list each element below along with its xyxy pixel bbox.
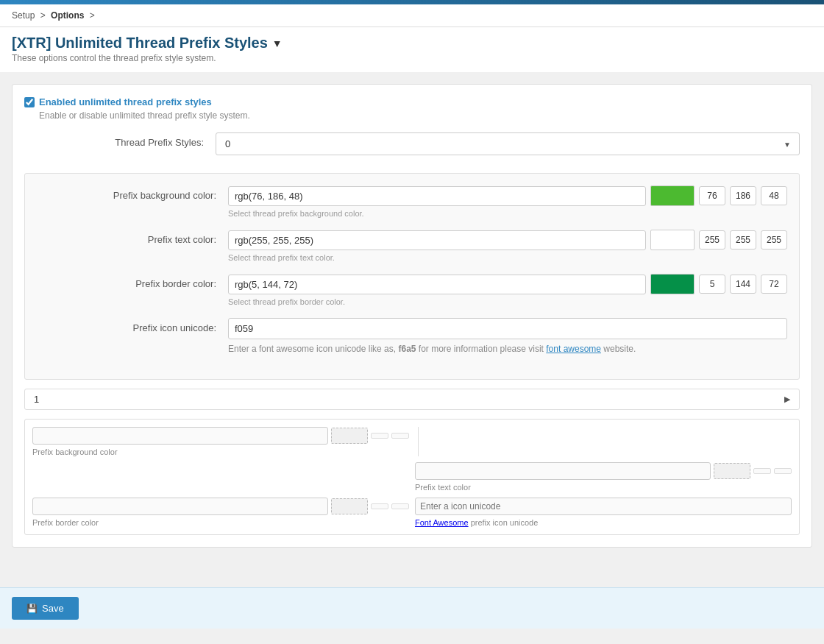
summary-border-label: Prefix border color — [32, 518, 409, 527]
page-subtitle: These options control the thread prefix … — [12, 53, 812, 69]
summary-border-num1[interactable] — [371, 503, 388, 509]
summary-grid: Prefix background color Prefix text colo… — [24, 419, 800, 535]
summary-border-num2[interactable] — [391, 503, 409, 509]
border-color-field: Select thread prefix border color. — [228, 274, 787, 306]
icon-unicode-field: Enter a font awesome icon unicode like a… — [228, 318, 787, 355]
bg-color-row: Prefix background color: Select thread p… — [37, 185, 787, 218]
summary-text-swatch[interactable] — [714, 463, 750, 479]
border-color-label: Prefix border color: — [37, 274, 228, 289]
border-color-row: Prefix border color: Select thread prefi… — [37, 274, 787, 306]
accordion-arrow-icon: ▶ — [784, 394, 790, 404]
accordion-row[interactable]: 1 ▶ — [24, 389, 800, 410]
summary-icon-input-row — [415, 498, 792, 515]
text-color-input-row — [228, 230, 787, 250]
save-label: Save — [42, 603, 64, 614]
save-button[interactable]: 💾 Save — [12, 597, 79, 620]
text-color-g[interactable] — [730, 230, 756, 250]
summary-bg-swatch[interactable] — [331, 428, 368, 444]
icon-unicode-label: Prefix icon unicode: — [37, 318, 228, 333]
page-title-text: [XTR] Unlimited Thread Prefix Styles — [12, 35, 268, 52]
border-color-swatch[interactable] — [650, 274, 695, 294]
summary-border-swatch[interactable] — [331, 498, 368, 514]
summary-border-cell: Prefix border color — [32, 498, 409, 527]
title-dropdown-icon[interactable]: ▼ — [272, 38, 283, 49]
main-content: Enabled unlimited thread prefix styles E… — [0, 72, 824, 587]
icon-desc-mid: for more information please visit — [419, 344, 544, 354]
bg-color-input-row — [228, 185, 787, 206]
summary-icon-input[interactable] — [415, 498, 792, 515]
icon-unicode-row: Prefix icon unicode: Enter a font awesom… — [37, 318, 787, 355]
summary-text-input[interactable] — [415, 462, 711, 480]
summary-icon-label-suffix: prefix icon unicode — [471, 518, 539, 527]
summary-bg-label: Prefix background color — [32, 447, 409, 456]
breadcrumb-sep1: > — [40, 10, 46, 21]
bg-color-g[interactable] — [730, 186, 756, 205]
icon-unicode-input[interactable] — [228, 318, 787, 339]
summary-divider-v — [415, 427, 792, 456]
bg-color-desc: Select thread prefix background color. — [228, 209, 787, 218]
bg-color-text-input[interactable] — [228, 186, 646, 206]
enable-label[interactable]: Enabled unlimited thread prefix styles — [24, 96, 800, 107]
border-color-b[interactable] — [761, 275, 787, 294]
dropdown-wrapper: 0 ▼ — [216, 132, 800, 155]
text-color-field: Select thread prefix text color. — [228, 230, 787, 262]
thread-prefix-select[interactable]: 0 — [216, 132, 800, 155]
text-color-label: Prefix text color: — [37, 230, 228, 245]
bg-color-swatch[interactable] — [650, 185, 695, 206]
accordion-label: 1 — [34, 394, 39, 405]
summary-text-label: Prefix text color — [415, 483, 792, 492]
bottom-bar: 💾 Save — [0, 587, 824, 629]
breadcrumb-sep2: > — [90, 10, 95, 21]
bg-color-label: Prefix background color: — [37, 185, 228, 201]
breadcrumb-options[interactable]: Options — [51, 10, 84, 21]
font-awesome-link-summary[interactable]: Font Awesome — [415, 518, 469, 527]
thread-prefix-field: 0 ▼ — [216, 132, 800, 167]
icon-desc-prefix: Enter a font awesome icon unicode like a… — [228, 344, 396, 354]
thread-prefix-row: Thread Prefix Styles: 0 ▼ — [24, 132, 800, 167]
summary-text-cell: Prefix text color — [415, 462, 792, 492]
summary-icon-label: Font Awesome prefix icon unicode — [415, 518, 792, 527]
breadcrumb-setup[interactable]: Setup — [12, 10, 35, 21]
icon-unicode-desc: Enter a font awesome icon unicode like a… — [228, 342, 787, 355]
breadcrumb: Setup > Options > — [0, 4, 824, 27]
nested-card: Prefix background color: Select thread p… — [24, 173, 800, 380]
summary-bg-num2[interactable] — [391, 433, 409, 439]
summary-text-num1[interactable] — [753, 468, 771, 474]
icon-desc-code: f6a5 — [398, 344, 416, 354]
icon-desc-suffix: website. — [603, 344, 636, 354]
enable-section: Enabled unlimited thread prefix styles E… — [24, 96, 800, 121]
border-color-r[interactable] — [699, 275, 725, 294]
bg-color-r[interactable] — [699, 186, 725, 205]
summary-border-input-row — [32, 498, 409, 515]
text-color-row: Prefix text color: Select thread prefix … — [37, 230, 787, 262]
summary-text-num2[interactable] — [774, 468, 792, 474]
font-awesome-link-inline[interactable]: font awesome — [546, 344, 601, 354]
summary-bg-input[interactable] — [32, 427, 328, 445]
bg-color-field: Select thread prefix background color. — [228, 185, 787, 218]
border-color-input-row — [228, 274, 787, 294]
border-color-text-input[interactable] — [228, 275, 646, 294]
enable-checkbox[interactable] — [24, 97, 35, 107]
text-color-desc: Select thread prefix text color. — [228, 253, 787, 262]
page-header: [XTR] Unlimited Thread Prefix Styles ▼ T… — [0, 27, 824, 72]
main-card: Enabled unlimited thread prefix styles E… — [12, 84, 812, 548]
text-color-b[interactable] — [761, 230, 787, 250]
summary-icon-cell: Font Awesome prefix icon unicode — [415, 498, 792, 527]
enable-description: Enable or disable unlimited thread prefi… — [39, 110, 800, 121]
border-color-g[interactable] — [730, 275, 756, 294]
summary-divider-line — [418, 427, 419, 456]
summary-border-input[interactable] — [32, 498, 328, 515]
bg-color-b[interactable] — [761, 186, 787, 205]
summary-bg-cell: Prefix background color — [32, 427, 409, 456]
enable-label-text: Enabled unlimited thread prefix styles — [39, 96, 212, 107]
save-icon: 💾 — [26, 604, 38, 614]
summary-text-input-row — [415, 462, 792, 480]
thread-prefix-label: Thread Prefix Styles: — [24, 132, 216, 148]
text-color-swatch[interactable] — [650, 230, 695, 250]
text-color-r[interactable] — [699, 230, 725, 250]
summary-bg-input-row — [32, 427, 409, 445]
summary-bg-num1[interactable] — [371, 433, 388, 439]
border-color-desc: Select thread prefix border color. — [228, 297, 787, 306]
page-title: [XTR] Unlimited Thread Prefix Styles ▼ — [12, 35, 812, 52]
text-color-text-input[interactable] — [228, 230, 646, 250]
